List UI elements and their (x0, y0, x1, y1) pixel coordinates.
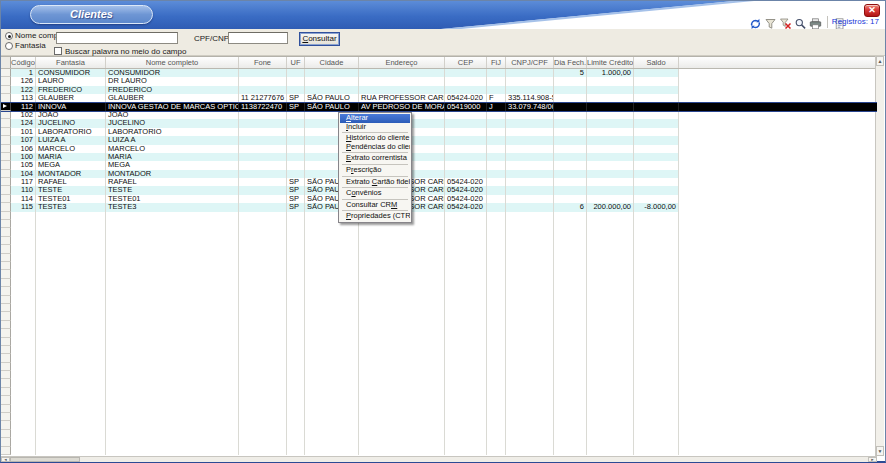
table-row[interactable]: 101LABORATORIOLABORATORIO (1, 128, 877, 136)
cell-uf (287, 77, 305, 85)
context-menu-item[interactable]: Pendências do cliente (340, 143, 410, 152)
radio-fantasia[interactable] (5, 42, 13, 50)
column-header-dia-fech[interactable]: Dia Fech. (554, 57, 587, 68)
table-row[interactable]: 112INNOVAINNOVA GESTAO DE MARCAS OPTICAS… (1, 103, 877, 111)
cell-limite-credito (587, 413, 634, 421)
table-row[interactable]: 1CONSUMIDORCONSUMIDOR51.000,00 (1, 69, 877, 77)
cell-endereco (359, 228, 445, 236)
radio-nome-completo[interactable] (5, 32, 13, 40)
cell-cep (445, 405, 487, 413)
horizontal-scroll-thumb[interactable] (10, 457, 80, 462)
context-menu-item[interactable]: Convênios (340, 189, 410, 198)
cell-fij (487, 212, 506, 220)
table-row[interactable]: 117RAFAELRAFAELSPSÃO PAULORUA PROFESSOR … (1, 178, 877, 186)
table-row[interactable]: 126LAURODR LAURO (1, 77, 877, 85)
table-row[interactable]: 122FREDERICOFREDERICO (1, 86, 877, 94)
column-header-uf[interactable]: UF (287, 57, 305, 68)
horizontal-scrollbar[interactable]: ◄ ► (1, 456, 877, 462)
cell-cep (445, 228, 487, 236)
cell-codigo (11, 363, 36, 371)
table-row[interactable]: 107LUIZA ALUIZA A (1, 136, 877, 144)
table-row[interactable]: 124JUCELINOJUCELINO (1, 119, 877, 127)
cell-cidade (305, 228, 359, 236)
cell-cnpj-cpf (506, 212, 554, 220)
clear-filter-icon[interactable] (779, 16, 792, 28)
cell-fantasia (36, 346, 106, 354)
cell-nome-completo (106, 321, 239, 329)
cell-fone (239, 111, 287, 119)
consultar-button[interactable]: Consultar (299, 32, 340, 46)
cell-saldo (634, 321, 679, 329)
table-row[interactable]: 114TESTE01TESTE01SPSÃO PAULORUA PROFESSO… (1, 195, 877, 203)
row-indicator (1, 413, 11, 421)
context-menu-item[interactable]: Propriedades (CTRL+T) (340, 212, 410, 221)
column-header-fantasia[interactable]: Fantasia (36, 57, 106, 68)
cell-fij (487, 438, 506, 446)
column-header-endereco[interactable]: Endereço (359, 57, 445, 68)
context-menu-item[interactable]: Extrato correntista (340, 154, 410, 163)
scroll-left-icon[interactable]: ◄ (1, 457, 10, 462)
table-row[interactable]: 115TESTE3TESTE3SPSÃO PAULORUA PROFESSOR … (1, 203, 877, 211)
column-header-saldo[interactable]: Saldo (634, 57, 679, 68)
context-menu-item[interactable]: Incluir (340, 123, 410, 132)
column-header-fone[interactable]: Fone (239, 57, 287, 68)
search-icon[interactable] (794, 16, 807, 28)
column-header-cep[interactable]: CEP (445, 57, 487, 68)
cell-uf (287, 220, 305, 228)
cell-fone (239, 195, 287, 203)
cell-cep: 05424-020 (445, 203, 487, 211)
column-header-cnpj-cpf[interactable]: CNPJ/CPF (506, 57, 554, 68)
middle-word-checkbox[interactable] (54, 47, 62, 55)
context-menu-item[interactable]: Alterar (340, 114, 410, 123)
cell-cidade (305, 312, 359, 320)
table-row[interactable]: 102JOÃOJOÃO (1, 111, 877, 119)
column-header-fij[interactable]: FiJ (487, 57, 506, 68)
context-menu-item[interactable]: Extrato Cartão fidelidade (340, 178, 410, 187)
cell-saldo (634, 413, 679, 421)
table-row[interactable]: 110TESTETESTESPSÃO PAULORUA PROFESSOR CA… (1, 186, 877, 194)
close-button[interactable]: ✕ (864, 4, 880, 17)
cpf-cnpj-input[interactable] (228, 32, 288, 44)
context-menu-item[interactable]: Histórico do cliente (340, 134, 410, 143)
scroll-right-icon[interactable]: ► (868, 457, 877, 462)
refresh-icon[interactable] (749, 16, 762, 28)
row-filler (679, 321, 877, 329)
table-row[interactable]: 105MEGAMEGA (1, 161, 877, 169)
cell-fone (239, 329, 287, 337)
print-icon[interactable] (809, 16, 822, 28)
context-menu-item[interactable]: Prescrição (340, 166, 410, 175)
cell-cnpj-cpf (506, 186, 554, 194)
vertical-scrollbar[interactable]: ▲ ▼ (875, 56, 884, 456)
cell-limite-credito (587, 228, 634, 236)
cell-saldo (634, 421, 679, 429)
table-row[interactable]: 100MARIAMARIA (1, 153, 877, 161)
cell-saldo (634, 447, 679, 455)
cell-cnpj-cpf (506, 170, 554, 178)
cell-limite-credito (587, 421, 634, 429)
cell-cidade (305, 405, 359, 413)
cell-cidade (305, 371, 359, 379)
table-row[interactable]: 113GLAUBERGLAUBER11 21277676SPSÃO PAULOR… (1, 94, 877, 102)
search-input[interactable] (56, 32, 178, 44)
table-row[interactable]: 106MARCELOMARCELO (1, 145, 877, 153)
cell-cidade (305, 245, 359, 253)
column-header-nome-completo[interactable]: Nome completo (106, 57, 239, 68)
scroll-up-icon[interactable]: ▲ (876, 56, 884, 66)
table-row[interactable]: 104MONTADORMONTADOR (1, 170, 877, 178)
cell-dia-fech (554, 178, 587, 186)
column-header-limite-credito[interactable]: Limite Crédito (587, 57, 634, 68)
filter-icon[interactable] (764, 16, 777, 28)
row-filler (679, 338, 877, 346)
context-menu-item[interactable]: Consultar CRM (340, 201, 410, 210)
cell-cnpj-cpf (506, 270, 554, 278)
cell-cep: 05424-020 (445, 186, 487, 194)
cell-codigo: 114 (11, 195, 36, 203)
cell-cep (445, 329, 487, 337)
scroll-down-icon[interactable]: ▼ (876, 446, 884, 456)
column-header-codigo[interactable]: Código (11, 57, 36, 68)
empty-row (1, 262, 877, 270)
clientes-window: Clientes Registros: 17 ✕ (0, 0, 886, 463)
column-header-cidade[interactable]: Cidade (305, 57, 359, 68)
cell-cnpj-cpf (506, 203, 554, 211)
cell-cnpj-cpf (506, 228, 554, 236)
